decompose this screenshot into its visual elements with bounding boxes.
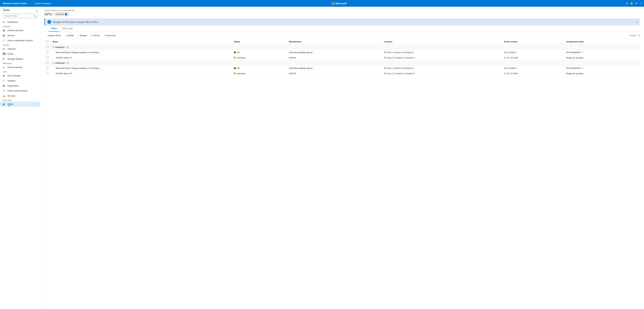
disable-button[interactable]: ↓ Disable — [76, 33, 89, 38]
tabs-container: GPUs GPU pools — [44, 26, 640, 32]
table-row[interactable]: NVIDIA Tesla T4 Unknown NVIDIA PCI bus 2… — [44, 71, 640, 76]
sidebar-item-updates[interactable]: ↻ Updates — [0, 78, 40, 83]
group-expand-icon[interactable]: ▾ — [52, 46, 54, 48]
sidebar-item-drives[interactable]: 💾 Drives — [0, 51, 40, 56]
table-row[interactable]: Microsoft Basic Display Adapter (Low Res… — [44, 66, 640, 71]
cluster-manager-btn[interactable]: Cluster Manager ▾ — [34, 2, 52, 5]
sidebar-collapse-icon[interactable]: ◂ — [36, 10, 38, 12]
switch-icon: ⇄ — [3, 66, 6, 68]
enable-label: Enable — [67, 34, 74, 37]
status-label: OK — [237, 67, 240, 70]
performance-monitor-icon: 📈 — [3, 89, 6, 92]
sidebar-item-gpus[interactable]: ▣ GPUs ↗ ↖ — [0, 102, 40, 107]
sidebar-item-azure-monitor[interactable]: ◉ Azure Monitor — [0, 73, 40, 78]
external-link-icon: ↗ — [36, 103, 38, 105]
sidebar-header: Tools ◂ 🔍 — [0, 7, 40, 20]
sidebar-item-servers[interactable]: ▦ Servers — [0, 33, 40, 38]
row-manufacturer: (Standard display types) — [287, 50, 382, 55]
toolbar: ↓ Update driver ↑ Enable ↓ Disable ⊙ Mou… — [40, 32, 644, 39]
section-networking: Networking — [0, 61, 40, 65]
info-banner: i Navigate to GPU pools to assign VMs to… — [44, 18, 640, 26]
close-banner-button[interactable]: ✕ — [636, 20, 638, 23]
chevron-down-icon: ▾ — [51, 2, 52, 4]
row-checkbox[interactable] — [46, 67, 48, 69]
search-icon: 🔍 — [33, 14, 36, 17]
topbar: Windows Admin Center | Cluster Manager ▾… — [0, 0, 644, 7]
search-tools-container: 🔍 — [3, 14, 38, 18]
assignment-info-icon[interactable]: ⓘ — [581, 67, 583, 69]
enable-button[interactable]: ↑ Enable — [64, 33, 76, 38]
row-location: PCI bus 3, device 0, function 0 — [382, 66, 502, 71]
sidebar-item-virtual-switches[interactable]: ⇄ Virtual switches — [0, 65, 40, 70]
row-location: PCI bus 23, device 0, function 0 — [382, 71, 502, 76]
group-checkbox[interactable] — [46, 46, 48, 48]
select-all-checkbox[interactable] — [46, 40, 48, 42]
main-layout: Tools ◂ 🔍 ⊞ Dashboard Compute ▣ Virtual … — [0, 7, 644, 309]
sidebar-item-volumes[interactable]: 🖴 Volumes — [0, 46, 40, 51]
row-checkbox-cell — [44, 50, 50, 55]
group-name-cell: ▾ contoso2 (2) — [50, 60, 640, 66]
topbar-divider: | — [30, 2, 31, 5]
volumes-icon: 🖴 — [3, 48, 6, 50]
breadcrumb: contoso.redmond.corp.microsoft.com — [44, 10, 640, 12]
mount-label: Mount — [94, 34, 100, 37]
section-tools: Tools — [0, 70, 40, 73]
assignment-info-icon[interactable]: ⓘ — [581, 51, 583, 54]
sidebar-item-label: Servers — [8, 34, 38, 37]
group-checkbox[interactable] — [46, 62, 48, 64]
table-row[interactable]: NVIDIA Tesla T4 Unknown NVIDIA PCI bus 2… — [44, 55, 640, 60]
update-driver-button[interactable]: ↓ Update driver — [44, 33, 63, 38]
assignment-status-label: Ready for pooling — [566, 56, 583, 59]
sidebar-item-dashboard[interactable]: ⊞ Dashboard — [0, 20, 40, 24]
gpu-table: Name Status Manufacturer Location Driver… — [44, 39, 640, 76]
storage-replica-icon: ⊞ — [3, 58, 6, 60]
tab-gpus[interactable]: GPUs — [48, 26, 60, 32]
row-checkbox[interactable] — [46, 51, 48, 53]
item-count: 4 items — [629, 34, 636, 37]
refresh-button[interactable]: ↻ — [638, 34, 640, 37]
sidebar-item-label: GPUs — [8, 103, 34, 106]
row-checkbox[interactable] — [46, 72, 48, 74]
row-name: NVIDIA Tesla T4 — [50, 55, 232, 60]
col-name: Name — [50, 39, 232, 44]
tools-heading: Tools — [3, 8, 10, 12]
servers-icon: ▦ — [3, 34, 6, 37]
group-checkbox-cell — [44, 60, 50, 66]
row-manufacturer: NVIDIA — [287, 71, 382, 76]
settings-icon[interactable]: ⚙ — [636, 2, 638, 5]
col-driver-version: Driver version — [502, 39, 564, 44]
row-assignment-status: Ready for pooling — [564, 55, 640, 60]
page-title-row: GPU PREVIEW ℹ — [44, 12, 640, 16]
sidebar-item-performance-monitor[interactable]: 📈 Performance Monitor — [0, 88, 40, 93]
vm-icon: ▣ — [3, 29, 6, 32]
sidebar-item-virtual-machines[interactable]: ▣ Virtual machines — [0, 28, 40, 33]
row-driver-version: 10.0.20348.1 — [502, 50, 564, 55]
group-expand-icon[interactable]: ▾ — [52, 62, 54, 64]
minimize-icon[interactable]: ⊟ — [626, 2, 628, 5]
table-body: ▾ contoso1 (2) Microsoft Basic Display A… — [44, 44, 640, 76]
help-icon[interactable]: ? — [640, 2, 641, 5]
table-row[interactable]: Microsoft Basic Display Adapter (Low Res… — [44, 50, 640, 55]
app-title: Windows Admin Center — [3, 2, 27, 5]
row-checkbox[interactable] — [46, 56, 48, 58]
sidebar-item-security[interactable]: 🔒 Security — [0, 93, 40, 98]
preview-badge[interactable]: PREVIEW ℹ — [54, 12, 69, 16]
diagnostics-icon: ▦ — [3, 84, 6, 87]
sidebar-item-label: Performance Monitor — [8, 90, 38, 92]
section-storage: Storage — [0, 43, 40, 46]
circle-icon: ⊙ — [91, 34, 93, 37]
dismount-button[interactable]: ⊙ Dismount — [102, 33, 118, 38]
sidebar-item-storage-replica[interactable]: ⊞ Storage Replica — [0, 56, 40, 61]
tab-gpu-pools[interactable]: GPU pools — [60, 26, 76, 32]
sidebar-item-label: Drives — [8, 53, 38, 55]
search-input[interactable] — [3, 14, 38, 18]
mount-button[interactable]: ⊙ Mount — [89, 33, 101, 38]
sidebar-item-azure-kubernetes[interactable]: ⬡ Azure Kubernetes Service — [0, 38, 40, 43]
sidebar-item-diagnostics[interactable]: ▦ Diagnostics — [0, 83, 40, 88]
assignment-status-label: Not assignable — [566, 67, 580, 69]
group-count: (2) — [66, 46, 69, 48]
disable-label: Disable — [80, 34, 87, 37]
notification-icon[interactable]: 🔔 — [630, 2, 633, 5]
row-name: NVIDIA Tesla T4 — [50, 71, 232, 76]
info-icon: i — [48, 20, 51, 24]
